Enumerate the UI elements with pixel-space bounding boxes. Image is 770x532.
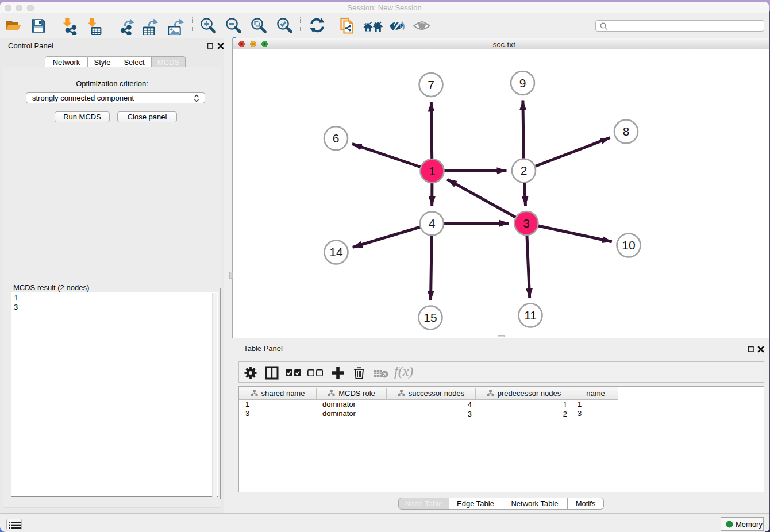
svg-text:14: 14	[329, 245, 343, 259]
svg-text:1: 1	[429, 164, 436, 178]
svg-text:15: 15	[424, 311, 437, 324]
svg-text:4: 4	[429, 217, 436, 230]
svg-text:8: 8	[623, 125, 630, 138]
svg-text:11: 11	[524, 309, 537, 322]
svg-text:9: 9	[519, 76, 526, 90]
svg-text:7: 7	[428, 78, 434, 91]
svg-text:2: 2	[521, 164, 528, 177]
svg-text:10: 10	[622, 238, 635, 252]
svg-text:3: 3	[523, 217, 530, 230]
svg-text:6: 6	[333, 132, 340, 145]
